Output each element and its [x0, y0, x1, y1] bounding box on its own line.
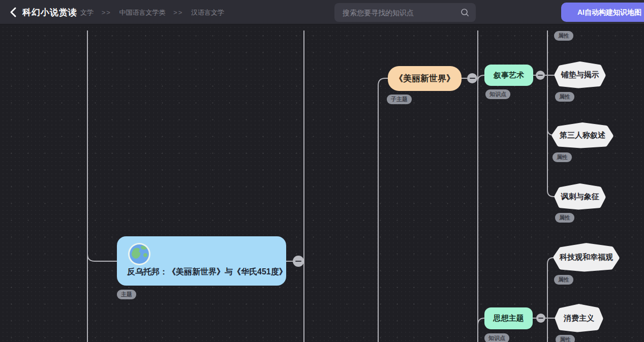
minus-icon — [295, 261, 301, 262]
ai-build-map-button[interactable]: AI自动构建知识地图 — [561, 3, 644, 22]
node-type-tag: 属性 — [554, 31, 573, 41]
breadcrumb-item[interactable]: 汉语言文学 — [191, 9, 224, 16]
collapse-button[interactable] — [467, 73, 477, 83]
page-title: 科幻小说赏读 — [22, 7, 77, 18]
collapse-button[interactable] — [536, 71, 545, 80]
subtopic-node-label: 《美丽新世界》 — [394, 73, 455, 84]
minus-icon — [538, 318, 543, 319]
node-type-tag: 知识点 — [484, 333, 509, 342]
attribute-node[interactable]: 科技观和幸福观 — [554, 244, 619, 271]
node-type-tag: 子主题 — [387, 95, 412, 104]
search-box — [334, 3, 476, 22]
attribute-node-label: 消费主义 — [564, 314, 594, 323]
knowledge-point-label: 叙事艺术 — [494, 71, 524, 80]
globe-icon — [128, 242, 151, 266]
topic-node-root[interactable]: 反乌托邦：《美丽新世界》与《华氏451度》 — [117, 236, 286, 286]
attribute-node-label: 铺垫与揭示 — [561, 70, 599, 80]
node-type-tag: 主题 — [117, 290, 136, 299]
attribute-node[interactable]: 铺垫与揭示 — [555, 63, 605, 87]
edge-branch — [87, 254, 117, 261]
attribute-node[interactable]: 消费主义 — [556, 305, 602, 331]
node-type-tag: 属性 — [555, 213, 574, 223]
breadcrumb: 文学 >> 中国语言文学类 >> 汉语言文学 — [80, 8, 230, 17]
node-type-tag: 属性 — [553, 152, 572, 162]
search-input[interactable] — [343, 3, 454, 22]
attribute-node-label: 科技观和幸福观 — [560, 253, 613, 262]
minus-icon — [538, 75, 543, 76]
connector-lines — [0, 24, 644, 342]
back-icon[interactable] — [8, 7, 19, 18]
collapse-button[interactable] — [293, 256, 304, 267]
attribute-node[interactable]: 第三人称叙述 — [553, 123, 612, 147]
search-icon[interactable] — [461, 8, 469, 17]
knowledge-point-node[interactable]: 叙事艺术 — [484, 65, 533, 86]
attribute-node[interactable]: 讽刺与象征 — [555, 184, 605, 209]
edge-rail — [547, 30, 555, 197]
knowledge-map-canvas[interactable]: 反乌托邦：《美丽新世界》与《华氏451度》 主题 《美丽新世界》 子主题 叙事艺… — [0, 24, 644, 342]
top-bar: 科幻小说赏读 文学 >> 中国语言文学类 >> 汉语言文学 AI自动构建知识地图 — [0, 0, 644, 24]
knowledge-point-node[interactable]: 思想主题 — [484, 307, 533, 329]
collapse-button[interactable] — [536, 314, 545, 323]
node-type-tag: 属性 — [554, 275, 573, 285]
breadcrumb-separator: >> — [102, 9, 111, 16]
knowledge-point-label: 思想主题 — [494, 314, 524, 323]
breadcrumb-item[interactable]: 文学 — [80, 9, 94, 16]
breadcrumb-separator: >> — [173, 9, 183, 16]
attribute-node-label: 讽刺与象征 — [561, 192, 599, 202]
node-type-tag: 知识点 — [485, 89, 510, 99]
subtopic-node[interactable]: 《美丽新世界》 — [388, 66, 462, 91]
edge-branch — [478, 318, 484, 324]
minus-icon — [470, 78, 475, 79]
breadcrumb-item[interactable]: 中国语言文学类 — [119, 9, 165, 16]
edge-branch — [478, 75, 484, 81]
node-type-tag: 属性 — [556, 335, 575, 342]
topic-node-label: 反乌托邦：《美丽新世界》与《华氏451度》 — [127, 267, 287, 277]
edge-rail — [547, 258, 554, 342]
edge-rail — [378, 78, 388, 342]
attribute-node-label: 第三人称叙述 — [560, 131, 605, 140]
node-type-tag: 属性 — [555, 92, 574, 102]
